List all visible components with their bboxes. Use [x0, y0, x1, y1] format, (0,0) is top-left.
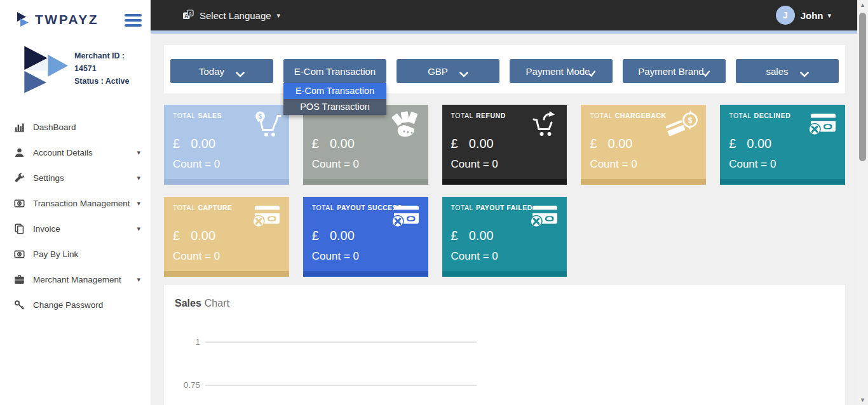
stat-card-sales: TOTALSALES$£0.00Count = 0 [164, 105, 289, 185]
sidebar-item-invoice[interactable]: Invoice▾ [0, 216, 151, 241]
chevron-down-icon [236, 69, 245, 74]
bar-chart-icon [14, 122, 25, 133]
sidebar: TWPAYZ Merchant ID : 14571 Status : Acti… [0, 0, 151, 405]
card-x-icon [527, 202, 561, 231]
card-bottom-strip [303, 271, 428, 277]
card-count: Count = 0 [451, 158, 559, 171]
card-count: Count = 0 [729, 158, 836, 171]
chevron-down-icon [459, 69, 468, 74]
sidebar-item-settings[interactable]: Settings▾ [0, 165, 151, 190]
main-area: A a Select Language ▾ J John ▾ TodayE-Co… [151, 0, 868, 405]
merchant-id: Merchant ID : 14571 [74, 50, 147, 75]
caret-down-icon: ▾ [137, 225, 140, 233]
filter-button-payment-mode[interactable]: Payment Mode [510, 59, 613, 83]
caret-down-icon: ▾ [137, 174, 140, 182]
stat-card-declined: TOTALDECLINED£0.00Count = 0 [720, 105, 845, 185]
sidebar-item-label: Settings [33, 173, 64, 183]
check-icon [588, 68, 596, 74]
card-bottom-strip [164, 271, 289, 277]
merchant-logo-icon [20, 43, 69, 94]
cash-icon [14, 249, 25, 260]
sidebar-item-change-password[interactable]: Change Password [0, 292, 151, 317]
topbar: A a Select Language ▾ J John ▾ [151, 0, 868, 30]
card-bottom-strip [581, 179, 706, 185]
merchant-info: Merchant ID : 14571 Status : Active [0, 34, 151, 99]
filter-button-e-com-transaction[interactable]: E-Com Transaction [283, 59, 386, 83]
sales-chart-panel: SalesChart 10.75 [164, 285, 845, 405]
card-count: Count = 0 [451, 250, 559, 263]
scrollbar-thumb[interactable] [859, 13, 866, 161]
stat-card-payout-failed: TOTALPAYOUT FAILED£0.00Count = 0 [442, 197, 567, 277]
filter-button-label: Payment Mode [526, 66, 590, 77]
key-icon [14, 300, 25, 310]
stat-card-payout-success: TOTALPAYOUT SUCCESS£0.00Count = 0 [303, 197, 428, 277]
card-count: Count = 0 [590, 158, 697, 171]
filter-button-today[interactable]: Today [170, 59, 273, 83]
topbar-accent-strip [151, 30, 868, 34]
scrollbar-up-arrow[interactable]: ▲ [857, 2, 868, 8]
sidebar-item-label: Pay By Link [33, 249, 78, 259]
caret-down-icon: ▾ [827, 11, 831, 20]
card-x-icon [805, 110, 839, 139]
filter-button-label: GBP [428, 66, 448, 77]
user-menu[interactable]: J John ▾ [776, 6, 831, 25]
card-count: Count = 0 [312, 250, 419, 263]
chevron-down-icon [800, 69, 809, 74]
avatar: J [776, 6, 795, 25]
sidebar-item-label: Change Password [33, 300, 103, 310]
sidebar-item-label: Invoice [33, 224, 60, 234]
stat-card-capture: TOTALCAPTURE£0.00Count = 0 [164, 197, 289, 277]
invoice-icon [14, 223, 25, 234]
brand-row: TWPAYZ [0, 0, 151, 34]
card-bottom-strip [720, 179, 845, 185]
caret-down-icon: ▾ [137, 276, 140, 284]
card-x-icon [249, 202, 283, 231]
caret-down-icon: ▾ [277, 11, 281, 20]
stat-card-chargeback: TOTALCHARGEBACK$£0.00Count = 0 [581, 105, 706, 185]
stat-cards: TOTALSALES$£0.00Count = 0£0.00Count = 0T… [164, 105, 845, 277]
cart-dollar-icon: $ [249, 110, 283, 139]
y-axis-tick-label: 0.75 [175, 380, 200, 390]
sidebar-item-merchant-management[interactable]: Merchant Management▾ [0, 267, 151, 292]
brand-logo-icon [17, 11, 31, 28]
language-selector[interactable]: A a Select Language ▾ [182, 10, 280, 21]
stat-card-refund: TOTALREFUND£0.00Count = 0 [442, 105, 567, 185]
sidebar-item-label: Merchant Management [33, 275, 121, 284]
filter-button-gbp[interactable]: GBP [397, 59, 499, 83]
svg-text:$: $ [688, 116, 693, 125]
scrollbar-down-arrow[interactable]: ▼ [857, 397, 868, 403]
filter-button-sales[interactable]: sales [736, 59, 839, 83]
filter-button-payment-brand[interactable]: Payment Brand [623, 59, 726, 83]
y-axis-tick-label: 1 [175, 337, 200, 347]
gridline [205, 342, 477, 343]
svg-text:a: a [189, 11, 192, 15]
caret-down-icon: ▾ [137, 199, 140, 208]
sidebar-item-account-details[interactable]: Account Details▾ [0, 140, 151, 165]
sidebar-item-label: DashBoard [33, 123, 76, 132]
card-bottom-strip [442, 179, 567, 185]
hamburger-menu-icon[interactable] [125, 10, 142, 29]
language-label: Select Language [200, 10, 271, 21]
user-icon [14, 147, 25, 158]
translate-icon: A a [182, 10, 194, 21]
filter-panel: TodayE-Com TransactionGBPPayment ModePay… [164, 45, 845, 93]
cash-hand-icon [388, 110, 423, 139]
dropdown-option-e-com-transaction[interactable]: E-Com Transaction [283, 83, 386, 99]
caret-down-icon: ▾ [137, 149, 140, 157]
check-icon [703, 68, 710, 74]
dropdown-option-pos-transaction[interactable]: POS Transaction [283, 99, 386, 115]
sidebar-item-pay-by-link[interactable]: Pay By Link [0, 241, 151, 267]
filter-button-label: Payment Brand [638, 66, 703, 77]
filter-button-label: E-Com Transaction [294, 66, 376, 77]
user-name: John [801, 10, 824, 21]
vertical-scrollbar[interactable]: ▲ ▼ [857, 0, 868, 405]
sidebar-item-dashboard[interactable]: DashBoard [0, 114, 151, 140]
sidebar-menu: DashBoardAccount Details▾Settings▾Transa… [0, 114, 151, 317]
brand-name: TWPAYZ [35, 12, 98, 27]
gridline [205, 385, 477, 386]
sidebar-item-transaction-management[interactable]: Transaction Management▾ [0, 190, 151, 216]
filter-button-label: Today [199, 66, 224, 77]
sidebar-item-label: Transaction Management [33, 199, 130, 208]
card-bottom-strip [303, 179, 428, 185]
card-count: Count = 0 [173, 250, 280, 263]
